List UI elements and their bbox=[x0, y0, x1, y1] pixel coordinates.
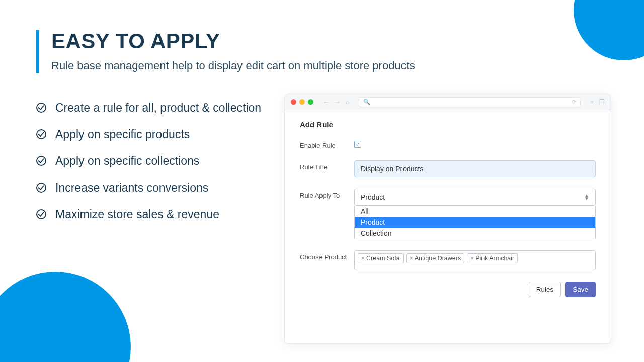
enable-rule-checkbox[interactable]: ✓ bbox=[354, 141, 361, 148]
home-icon[interactable]: ⌂ bbox=[346, 98, 350, 106]
product-tag[interactable]: ×Antique Drawers bbox=[406, 253, 464, 263]
dropdown-option-all[interactable]: All bbox=[355, 206, 595, 217]
chevron-updown-icon: ▲▼ bbox=[584, 194, 589, 200]
remove-tag-icon[interactable]: × bbox=[410, 255, 413, 262]
rule-title-label: Rule Title bbox=[300, 160, 354, 171]
rule-title-input[interactable] bbox=[354, 160, 596, 177]
save-button[interactable]: Save bbox=[565, 282, 596, 297]
dropdown-option-product[interactable]: Product bbox=[355, 217, 595, 228]
remove-tag-icon[interactable]: × bbox=[361, 255, 365, 262]
list-item-label: Apply on specific collections bbox=[55, 154, 199, 168]
list-item-label: Increase variants conversions bbox=[55, 181, 208, 195]
apply-to-select[interactable]: Product ▲▼ bbox=[354, 189, 596, 206]
page-subtitle: Rule base management help to display edi… bbox=[51, 58, 444, 73]
check-icon bbox=[36, 156, 46, 166]
back-icon[interactable]: ← bbox=[323, 98, 329, 106]
product-tag[interactable]: ×Pink Armchair bbox=[467, 253, 518, 263]
check-icon bbox=[36, 209, 46, 219]
decor-blob-top bbox=[574, 0, 644, 60]
enable-rule-label: Enable Rule bbox=[300, 139, 354, 149]
minimize-icon[interactable] bbox=[299, 99, 305, 105]
apply-to-dropdown: All Product Collection bbox=[354, 206, 596, 239]
refresh-icon[interactable]: ⟳ bbox=[572, 99, 576, 105]
check-icon bbox=[36, 129, 46, 139]
rules-button[interactable]: Rules bbox=[529, 282, 561, 297]
panel-title: Add Rule bbox=[300, 120, 596, 129]
product-tag[interactable]: ×Cream Sofa bbox=[358, 253, 404, 263]
list-item: Increase variants conversions bbox=[36, 181, 273, 195]
apply-to-label: Rule Apply To bbox=[300, 189, 354, 199]
forward-icon[interactable]: → bbox=[334, 98, 341, 106]
url-bar[interactable]: 🔍 ⟳ bbox=[359, 97, 581, 107]
check-icon bbox=[36, 103, 46, 113]
window-controls bbox=[291, 99, 313, 105]
page-title: EASY TO APPLY bbox=[51, 30, 273, 52]
browser-window: ← → ⌂ 🔍 ⟳ + ❐ Add Rule Enable Rule ✓ Rul… bbox=[284, 94, 611, 344]
list-item-label: Create a rule for all, product & collect… bbox=[55, 101, 261, 115]
maximize-icon[interactable] bbox=[308, 99, 313, 105]
choose-product-input[interactable]: ×Cream Sofa ×Antique Drawers ×Pink Armch… bbox=[354, 250, 596, 270]
select-value: Product bbox=[361, 193, 385, 201]
tag-label: Antique Drawers bbox=[415, 255, 461, 262]
dropdown-option-collection[interactable]: Collection bbox=[355, 228, 595, 239]
list-item: Create a rule for all, product & collect… bbox=[36, 101, 273, 115]
list-item: Apply on specific products bbox=[36, 128, 273, 141]
tabs-icon[interactable]: ❐ bbox=[599, 98, 605, 106]
close-icon[interactable] bbox=[291, 99, 296, 105]
list-item: Apply on specific collections bbox=[36, 154, 273, 168]
tag-label: Pink Armchair bbox=[475, 255, 514, 262]
tag-label: Cream Sofa bbox=[366, 255, 400, 262]
remove-tag-icon[interactable]: × bbox=[470, 255, 474, 262]
choose-product-label: Choose Product bbox=[300, 250, 354, 261]
add-tab-icon[interactable]: + bbox=[590, 98, 594, 106]
feature-list: Create a rule for all, product & collect… bbox=[36, 101, 273, 221]
search-icon: 🔍 bbox=[363, 99, 370, 105]
list-item: Maximize store sales & revenue bbox=[36, 208, 273, 221]
header-block: EASY TO APPLY Rule base management help … bbox=[36, 30, 273, 73]
list-item-label: Maximize store sales & revenue bbox=[55, 208, 219, 221]
check-icon bbox=[36, 183, 46, 193]
decor-blob-bottom bbox=[0, 272, 131, 362]
list-item-label: Apply on specific products bbox=[55, 128, 190, 141]
browser-toolbar: ← → ⌂ 🔍 ⟳ + ❐ bbox=[285, 94, 611, 110]
